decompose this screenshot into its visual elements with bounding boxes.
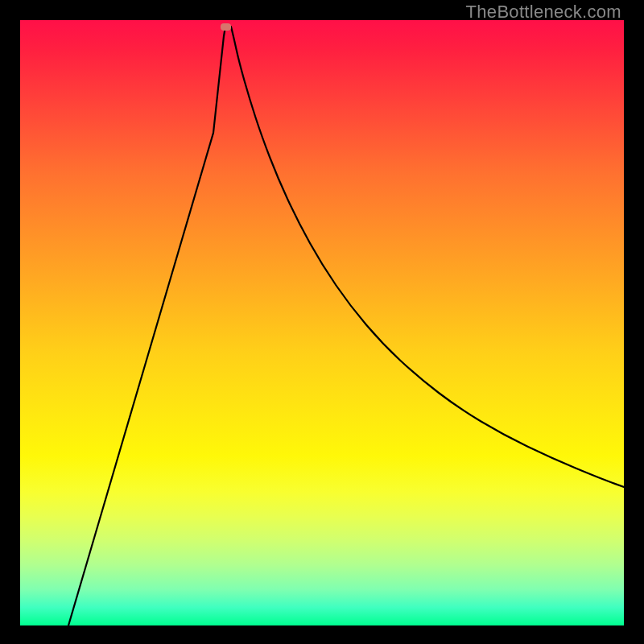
bottleneck-curve <box>20 20 624 625</box>
watermark-text: TheBottleneck.com <box>466 2 621 23</box>
optimal-point-marker <box>221 23 231 31</box>
